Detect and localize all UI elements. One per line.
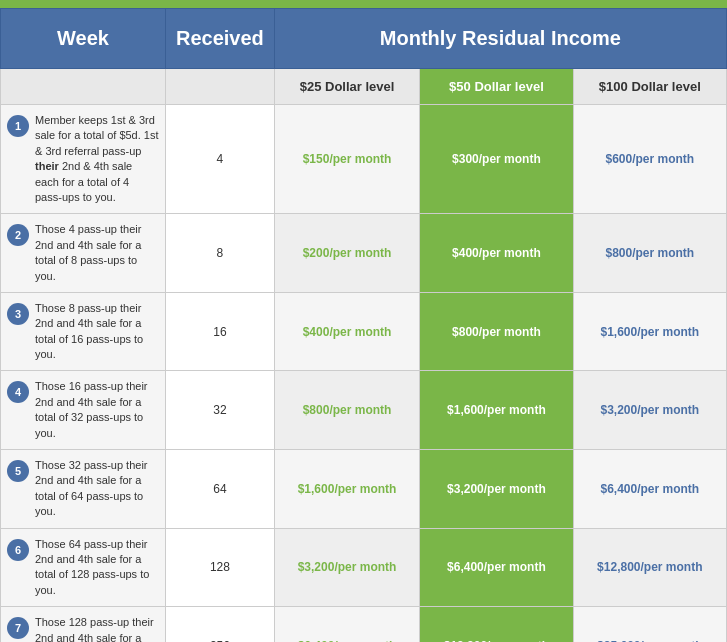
income-25-cell: $200/per month <box>274 214 419 293</box>
header-row-2: $25 Dollar level $50 Dollar level $100 D… <box>1 69 727 105</box>
week-circle: 2 <box>7 224 29 246</box>
income-100-cell: $25,600/per month <box>573 607 726 642</box>
income-50-cell: $800/per month <box>420 292 573 371</box>
table-row: 4Those 16 pass-up their 2nd and 4th sale… <box>1 371 727 450</box>
received-sub-header <box>166 69 275 105</box>
dollar25-header: $25 Dollar level <box>274 69 419 105</box>
top-bar <box>0 0 727 8</box>
received-cell: 32 <box>166 371 275 450</box>
received-cell: 4 <box>166 105 275 214</box>
income-50-cell: $3,200/per month <box>420 450 573 529</box>
income-100-cell: $1,600/per month <box>573 292 726 371</box>
income-50-cell: $400/per month <box>420 214 573 293</box>
main-table: Week Received Monthly Residual Income $2… <box>0 8 727 642</box>
dollar100-header: $100 Dollar level <box>573 69 726 105</box>
income-100-cell: $800/per month <box>573 214 726 293</box>
table-row: 2Those 4 pass-up their 2nd and 4th sale … <box>1 214 727 293</box>
week-header: Week <box>1 9 166 69</box>
received-cell: 128 <box>166 528 275 607</box>
income-25-cell: $800/per month <box>274 371 419 450</box>
income-50-cell: $1,600/per month <box>420 371 573 450</box>
week-circle: 1 <box>7 115 29 137</box>
income-25-cell: $400/per month <box>274 292 419 371</box>
income-50-cell: $12,800/per month <box>420 607 573 642</box>
week-description: Those 8 pass-up their 2nd and 4th sale f… <box>35 301 159 363</box>
week-cell: 3Those 8 pass-up their 2nd and 4th sale … <box>1 292 166 371</box>
income-50-cell: $300/per month <box>420 105 573 214</box>
week-description: Those 4 pass-up their 2nd and 4th sale f… <box>35 222 159 284</box>
week-cell: 6Those 64 pass-up their 2nd and 4th sale… <box>1 528 166 607</box>
income-100-cell: $600/per month <box>573 105 726 214</box>
income-25-cell: $150/per month <box>274 105 419 214</box>
week-sub-header <box>1 69 166 105</box>
monthly-header: Monthly Residual Income <box>274 9 726 69</box>
income-25-cell: $3,200/per month <box>274 528 419 607</box>
table-row: 6Those 64 pass-up their 2nd and 4th sale… <box>1 528 727 607</box>
week-cell: 1Member keeps 1st & 3rd sale for a total… <box>1 105 166 214</box>
income-25-cell: $1,600/per month <box>274 450 419 529</box>
week-circle: 6 <box>7 539 29 561</box>
dollar50-header: $50 Dollar level <box>420 69 573 105</box>
week-circle: 3 <box>7 303 29 325</box>
received-header: Received <box>166 9 275 69</box>
week-circle: 7 <box>7 617 29 639</box>
table-row: 5Those 32 pass-up their 2nd and 4th sale… <box>1 450 727 529</box>
received-cell: 8 <box>166 214 275 293</box>
header-row-1: Week Received Monthly Residual Income <box>1 9 727 69</box>
table-body: 1Member keeps 1st & 3rd sale for a total… <box>1 105 727 643</box>
income-100-cell: $3,200/per month <box>573 371 726 450</box>
week-description: Those 16 pass-up their 2nd and 4th sale … <box>35 379 159 441</box>
week-cell: 5Those 32 pass-up their 2nd and 4th sale… <box>1 450 166 529</box>
week-description: Those 128 pass-up their 2nd and 4th sale… <box>35 615 159 642</box>
received-cell: 64 <box>166 450 275 529</box>
week-cell: 2Those 4 pass-up their 2nd and 4th sale … <box>1 214 166 293</box>
income-100-cell: $12,800/per month <box>573 528 726 607</box>
table-row: 7Those 128 pass-up their 2nd and 4th sal… <box>1 607 727 642</box>
income-100-cell: $6,400/per month <box>573 450 726 529</box>
income-50-cell: $6,400/per month <box>420 528 573 607</box>
week-description: Those 32 pass-up their 2nd and 4th sale … <box>35 458 159 520</box>
week-description: Those 64 pass-up their 2nd and 4th sale … <box>35 537 159 599</box>
week-cell: 7Those 128 pass-up their 2nd and 4th sal… <box>1 607 166 642</box>
week-cell: 4Those 16 pass-up their 2nd and 4th sale… <box>1 371 166 450</box>
received-cell: 256 <box>166 607 275 642</box>
received-cell: 16 <box>166 292 275 371</box>
table-row: 3Those 8 pass-up their 2nd and 4th sale … <box>1 292 727 371</box>
week-description: Member keeps 1st & 3rd sale for a total … <box>35 113 159 205</box>
table-row: 1Member keeps 1st & 3rd sale for a total… <box>1 105 727 214</box>
week-circle: 5 <box>7 460 29 482</box>
income-25-cell: $6,400/per month <box>274 607 419 642</box>
week-circle: 4 <box>7 381 29 403</box>
